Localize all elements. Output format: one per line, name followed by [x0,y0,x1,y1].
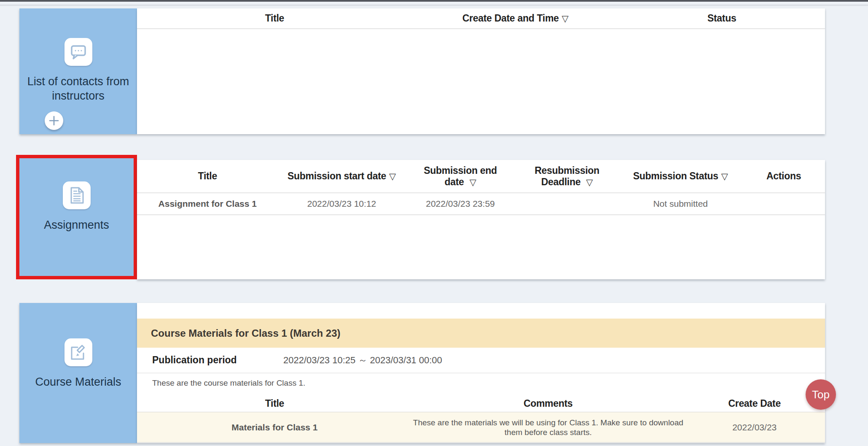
contacts-section: List of contacts from instructors Title … [19,8,825,134]
column-header-title: Title [137,170,278,182]
material-description: These are the course materials for Class… [137,373,825,395]
sort-descending-icon[interactable]: ▽ [721,170,728,182]
material-row: Materials for Class 1 These are the mate… [137,412,825,443]
column-header-submission-end[interactable]: Submission end date ▽ [405,165,515,188]
column-header-comments: Comments [412,398,684,409]
assignments-highlight-border: Assignments [16,155,137,279]
assignment-start-date: 2022/03/23 10:12 [278,199,406,209]
scroll-to-top-button[interactable]: Top [806,379,836,410]
material-comments-cell: These are the materials we will be using… [412,418,684,437]
assignment-title[interactable]: Assignment for Class 1 [137,199,278,209]
sort-descending-icon[interactable]: ▽ [470,177,476,187]
column-header-title: Title [137,13,412,24]
browser-top-strip [0,0,868,2]
sidebar-item-label: Course Materials [31,375,125,389]
material-title-bar[interactable]: Course Materials for Class 1 (March 23) [137,319,825,348]
column-header-submission-start[interactable]: Submission start date ▽ [278,170,406,182]
spacer [137,303,825,319]
column-header-actions: Actions [742,170,825,182]
column-header-create-date[interactable]: Create Date and Time ▽ [412,13,619,24]
publication-period-row: Publication period 2022/03/23 10:25 ～ 20… [137,348,825,373]
assignment-row: Assignment for Class 1 2022/03/23 10:12 … [137,193,825,215]
material-create-date: 2022/03/23 [684,422,825,432]
document-icon [63,181,91,209]
material-comments: These are the materials we will be using… [412,418,684,437]
assignments-section: Assignments Title Submission start date … [16,157,825,279]
assignment-submission-status: Not submitted [618,199,742,209]
chat-bubble-icon [64,38,92,66]
plus-icon [48,115,59,126]
sidebar-item-course-materials[interactable]: Course Materials [19,303,137,443]
column-header-create-date: Create Date [684,398,825,409]
column-header-submission-status[interactable]: Submission Status ▽ [618,170,742,182]
sort-descending-icon[interactable]: ▽ [389,170,396,182]
column-header-resubmission-deadline[interactable]: Resubmission Deadline ▽ [516,165,619,188]
assignment-end-date: 2022/03/23 23:59 [405,199,515,209]
course-material-card: Course Materials for Class 1 (March 23) … [137,303,825,443]
materials-table-header-row: Title Comments Create Date [137,395,825,412]
column-header-title: Title [137,398,412,409]
material-title: Course Materials for Class 1 (March 23) [151,327,341,339]
material-file-title[interactable]: Materials for Class 1 [137,422,412,432]
sidebar-item-contacts[interactable]: List of contacts from instructors [19,8,137,134]
publication-period-label: Publication period [152,354,283,366]
assignments-table: Title Submission start date ▽ Submission… [137,160,825,279]
column-header-status: Status [618,13,825,24]
sort-descending-icon[interactable]: ▽ [562,13,569,24]
course-materials-section: Course Materials Course Materials for Cl… [19,303,825,443]
assignments-table-header-row: Title Submission start date ▽ Submission… [137,160,825,193]
edit-pencil-icon [64,338,92,366]
add-contact-button[interactable] [45,111,63,130]
contacts-table: Title Create Date and Time ▽ Status [137,8,825,134]
sort-descending-icon[interactable]: ▽ [586,177,593,187]
contacts-table-header-row: Title Create Date and Time ▽ Status [137,8,825,29]
publication-period-value: 2022/03/23 10:25 ～ 2023/03/31 00:00 [283,354,442,367]
cutoff-section-shadow [0,5,868,6]
sidebar-item-label: List of contacts from instructors [19,74,137,103]
sidebar-item-assignments[interactable]: Assignments [40,218,113,232]
